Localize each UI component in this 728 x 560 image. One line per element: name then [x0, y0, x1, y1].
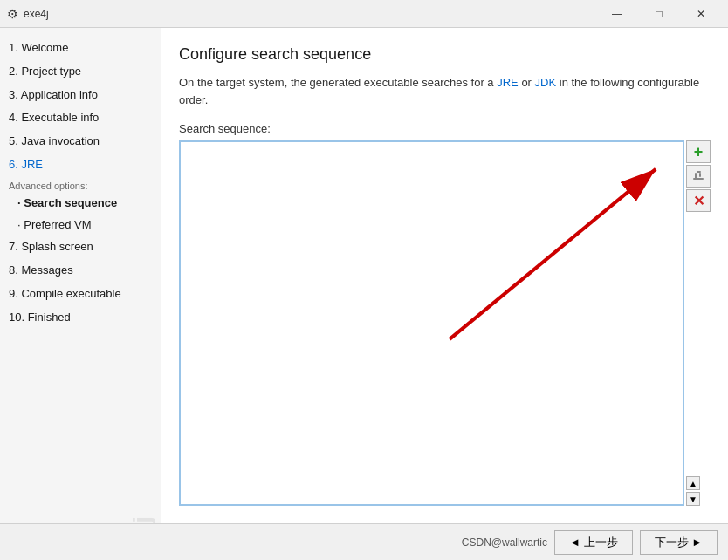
content-area: Configure search sequence On the target … [161, 28, 728, 523]
sidebar-item-jre[interactable]: 6. JRE [0, 154, 161, 177]
svg-rect-4 [697, 171, 701, 173]
sidebar-item-splash-screen[interactable]: 7. Splash screen [0, 236, 161, 259]
sidebar-item-search-sequence[interactable]: · Search sequence [0, 193, 161, 215]
app-title: exe4j [24, 8, 49, 20]
sidebar: 1. Welcome2. Project type3. Application … [0, 28, 161, 523]
footer-watermark: CSDN@wallwartic [462, 536, 547, 549]
main-content: 1. Welcome2. Project type3. Application … [0, 28, 728, 523]
edit-button[interactable] [686, 165, 711, 188]
page-title: Configure search sequence [179, 45, 711, 64]
maximize-button[interactable]: □ [639, 0, 679, 28]
sidebar-item-welcome[interactable]: 1. Welcome [0, 37, 161, 60]
titlebar-title: ⚙ exe4j [7, 7, 49, 21]
sidebar-watermark: exe4j [128, 515, 156, 523]
sidebar-item-project-type[interactable]: 2. Project type [0, 60, 161, 84]
remove-button[interactable]: ✕ [686, 189, 711, 212]
edit-icon [692, 170, 704, 182]
titlebar-controls: — □ ✕ [597, 0, 721, 28]
close-button[interactable]: ✕ [681, 0, 721, 28]
scroll-up-button[interactable]: ▲ [686, 476, 700, 490]
sidebar-item-application-info[interactable]: 3. Application info [0, 84, 161, 107]
sidebar-item-compile-executable[interactable]: 9. Compile executable [0, 283, 161, 306]
jdk-highlight: JDK [535, 76, 557, 89]
footer: CSDN@wallwartic ◄ 上一步 下一步 ► [0, 523, 728, 560]
search-sequence-label: Search sequence: [179, 122, 711, 135]
sidebar-item-java-invocation[interactable]: 5. Java invocation [0, 130, 161, 154]
svg-rect-2 [693, 178, 704, 180]
svg-rect-5 [699, 173, 701, 177]
sidebar-item-preferred-vm[interactable]: · Preferred VM [0, 215, 161, 236]
search-sequence-list[interactable] [179, 140, 684, 506]
back-button[interactable]: ◄ 上一步 [554, 530, 632, 555]
jre-highlight: JRE [497, 76, 519, 89]
sidebar-item-finished[interactable]: 10. Finished [0, 306, 161, 330]
list-action-buttons: + ✕ ▲ ▼ [686, 140, 711, 506]
sidebar-item-messages[interactable]: 8. Messages [0, 259, 161, 283]
minimize-button[interactable]: — [597, 0, 637, 28]
app-icon: ⚙ [7, 7, 18, 21]
svg-line-1 [450, 169, 656, 339]
list-container: + ✕ ▲ ▼ [179, 140, 711, 506]
page-description: On the target system, the generated exec… [179, 74, 711, 108]
sidebar-item-executable-info[interactable]: 4. Executable info [0, 106, 161, 130]
next-button[interactable]: 下一步 ► [640, 530, 718, 555]
scroll-down-button[interactable]: ▼ [686, 492, 700, 506]
add-button[interactable]: + [686, 140, 711, 163]
arrow-annotation [181, 142, 683, 482]
titlebar: ⚙ exe4j — □ ✕ [0, 0, 728, 28]
sidebar-section-advanced-options: Advanced options: [0, 177, 161, 193]
svg-rect-3 [695, 173, 697, 179]
